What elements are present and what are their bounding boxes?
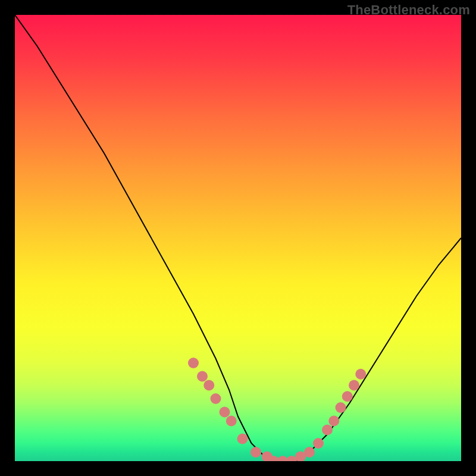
- highlight-dot: [328, 416, 339, 427]
- highlight-dot: [211, 393, 221, 404]
- bottleneck-curve-path: [15, 15, 461, 461]
- highlight-dot: [322, 425, 333, 436]
- highlight-dots: [188, 358, 366, 461]
- highlight-dot: [355, 369, 366, 380]
- highlight-dot: [336, 402, 346, 413]
- highlight-dot: [342, 391, 353, 402]
- chart-stage: TheBottleneck.com: [0, 0, 476, 476]
- highlight-dot: [226, 416, 237, 427]
- highlight-dot: [304, 447, 315, 458]
- highlight-dot: [197, 371, 208, 382]
- highlight-dot: [349, 380, 359, 391]
- highlight-dot: [237, 434, 248, 444]
- highlight-dot: [250, 447, 261, 458]
- highlight-dot: [203, 380, 214, 391]
- curve-layer: [15, 15, 461, 461]
- highlight-dot: [220, 407, 230, 418]
- highlight-dot: [188, 358, 199, 368]
- highlight-dot: [313, 438, 324, 449]
- plot-area: [15, 15, 461, 461]
